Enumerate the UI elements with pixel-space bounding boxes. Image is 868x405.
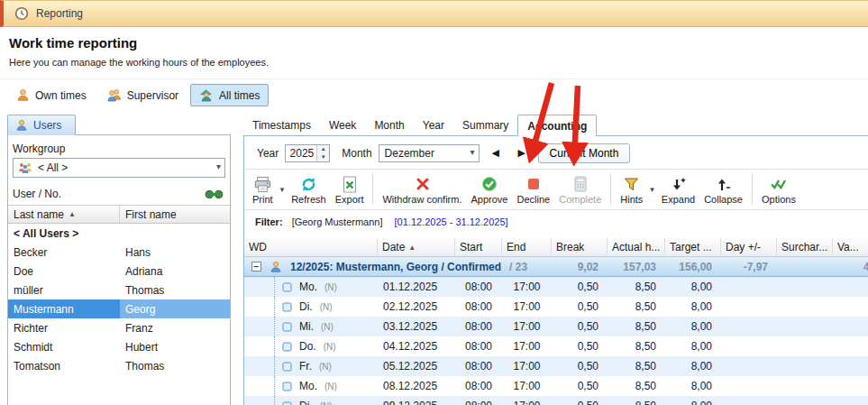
column-header-first-name[interactable]: First name	[120, 206, 230, 223]
content-tab[interactable]: Timestamps	[243, 115, 320, 136]
user-row[interactable]: Doe Adriana	[8, 262, 230, 281]
daytype-tag: (N)	[320, 401, 333, 405]
column-header-end[interactable]: End	[502, 238, 552, 256]
month-select[interactable]: Dezember ▾	[379, 144, 480, 162]
time-entry-row[interactable]: Fr. (N) 05.12.2025 08:00 17:00 0,50 8,50…	[244, 356, 868, 376]
cell-break: 0,50	[552, 317, 608, 336]
tab-users[interactable]: Users	[7, 115, 76, 135]
month-value: Dezember	[385, 147, 434, 160]
time-entry-icon	[282, 302, 292, 312]
cell-day-diff	[721, 396, 777, 405]
column-header-break[interactable]: Break	[552, 238, 608, 256]
cell-break: 0,50	[552, 376, 608, 396]
column-header-date[interactable]: Date▲	[378, 238, 455, 256]
withdraw-confirmation-button[interactable]: Withdraw confirm.	[378, 171, 466, 207]
time-entry-row[interactable]: Di. (N) 02.12.2025 08:00 17:00 0,50 8,50…	[244, 297, 868, 317]
column-header-start[interactable]: Start	[455, 238, 502, 256]
time-entry-icon	[282, 382, 292, 391]
year-spinner[interactable]: 2025 ▲ ▼	[285, 144, 330, 162]
approve-button[interactable]: Approve	[467, 171, 513, 207]
group-row[interactable]: − 12/2025: Mustermann, Georg / Confirmed…	[244, 257, 868, 277]
view-tab-own-times[interactable]: Own times	[7, 84, 96, 106]
cell-date: 08.12.2025	[378, 376, 455, 396]
month-label: Month	[342, 147, 371, 160]
daytype-tag: (N)	[324, 342, 336, 352]
time-entry-icon	[282, 362, 292, 372]
cell-start: 08:00	[455, 376, 502, 396]
accounting-grid: WD Date▲ Start End Break Actual h... Tar…	[244, 238, 868, 405]
print-dropdown-icon[interactable]: ▾	[278, 171, 288, 207]
refresh-button[interactable]: Refresh	[287, 171, 331, 207]
user-first-name	[120, 224, 230, 243]
user-row[interactable]: Mustermann Georg	[8, 299, 230, 318]
spin-down-icon[interactable]: ▼	[317, 153, 329, 161]
content-tab[interactable]: Accounting	[517, 115, 597, 136]
cell-day-diff	[721, 376, 777, 396]
hints-dropdown-icon[interactable]: ▾	[647, 171, 657, 207]
cell-va	[833, 336, 868, 356]
cell-day-diff	[721, 336, 777, 356]
column-header-day-diff[interactable]: Day +/-	[721, 238, 777, 256]
user-row[interactable]: Becker Hans	[8, 243, 230, 262]
content-tab[interactable]: Week	[320, 115, 365, 136]
column-header-va[interactable]: Va...	[833, 238, 868, 256]
options-button[interactable]: Options	[757, 171, 800, 207]
content-tab[interactable]: Summary	[453, 115, 517, 136]
content-tab[interactable]: Year	[414, 115, 453, 136]
time-entry-row[interactable]: Mo. (N) 01.12.2025 08:00 17:00 0,50 8,50…	[244, 277, 868, 297]
title-bar[interactable]: Reporting	[0, 0, 868, 27]
search-binoculars-icon[interactable]	[205, 189, 224, 200]
time-entry-row[interactable]: Do. (N) 04.12.2025 08:00 17:00 0,50 8,50…	[244, 336, 868, 356]
collapse-expander-icon[interactable]: −	[251, 262, 261, 272]
column-header-wd[interactable]: WD	[244, 238, 378, 256]
collapse-button[interactable]: Collapse	[699, 171, 747, 207]
group-actual-total: 157,03	[608, 257, 665, 276]
chevron-down-icon[interactable]: ▾	[216, 161, 221, 171]
weekday-label: Fr.	[299, 360, 312, 373]
next-month-button[interactable]: ▶	[512, 144, 532, 162]
user-row[interactable]: Tomatson Thomas	[8, 356, 230, 375]
user-first-name: Hans	[120, 243, 230, 262]
cell-target: 8,00	[665, 297, 721, 317]
weekday-label: Mo.	[299, 281, 317, 293]
export-button[interactable]: Export	[331, 171, 369, 207]
view-tab-supervisor[interactable]: Supervisor	[98, 84, 187, 106]
cell-start: 08:00	[455, 396, 502, 405]
user-first-name: Georg	[120, 299, 230, 318]
cell-end: 17:00	[502, 356, 552, 376]
toolbar: Print ▾ Refresh Export Withdraw co	[244, 169, 868, 210]
column-header-last-name[interactable]: Last name ▲	[8, 206, 120, 223]
user-row[interactable]: müller Thomas	[8, 281, 230, 299]
chevron-down-icon: ▾	[471, 147, 475, 157]
user-first-name: Adriana	[120, 262, 230, 281]
content-tab[interactable]: Month	[365, 115, 413, 136]
cell-end: 17:00	[502, 317, 552, 336]
expand-arrow-icon	[671, 175, 686, 193]
column-header-surcharge[interactable]: Surchar...	[777, 238, 833, 256]
group-surcharge-total	[777, 257, 833, 276]
user-row[interactable]: Richter Franz	[8, 318, 230, 337]
column-header-actual[interactable]: Actual h...	[608, 238, 665, 256]
user-row[interactable]: < All Users >	[8, 224, 230, 243]
time-entry-row[interactable]: Mi. (N) 03.12.2025 08:00 17:00 0,50 8,50…	[244, 317, 868, 336]
view-tab-bar: Own times Supervisor All times	[7, 84, 269, 106]
column-header-target[interactable]: Target ...	[665, 238, 721, 256]
toolbar-separator	[372, 174, 373, 205]
expand-button[interactable]: Expand	[657, 171, 699, 207]
cell-end: 17:00	[502, 297, 552, 317]
hints-button[interactable]: Hints	[616, 171, 647, 207]
print-button[interactable]: Print	[248, 171, 278, 207]
user-row[interactable]: Schmidt Hubert	[8, 337, 230, 356]
complete-button[interactable]: Complete	[554, 171, 606, 207]
spin-up-icon[interactable]: ▲	[317, 145, 329, 153]
decline-button[interactable]: Decline	[513, 171, 555, 207]
daytype-tag: (N)	[319, 362, 332, 372]
time-entry-row[interactable]: Mo. (N) 08.12.2025 08:00 17:00 0,50 8,50…	[244, 376, 868, 396]
workgroup-select[interactable]: < All > ▾	[13, 158, 225, 178]
view-tab-all-times[interactable]: All times	[190, 84, 269, 106]
calculator-icon	[573, 175, 588, 193]
previous-month-button[interactable]: ◀	[486, 144, 506, 162]
time-entry-row[interactable]: Di. (N) 09.12.2025 08:00 17:00 0,50 8,50…	[244, 396, 868, 405]
cell-va	[833, 317, 868, 336]
current-month-button[interactable]: Current Month	[538, 143, 631, 163]
